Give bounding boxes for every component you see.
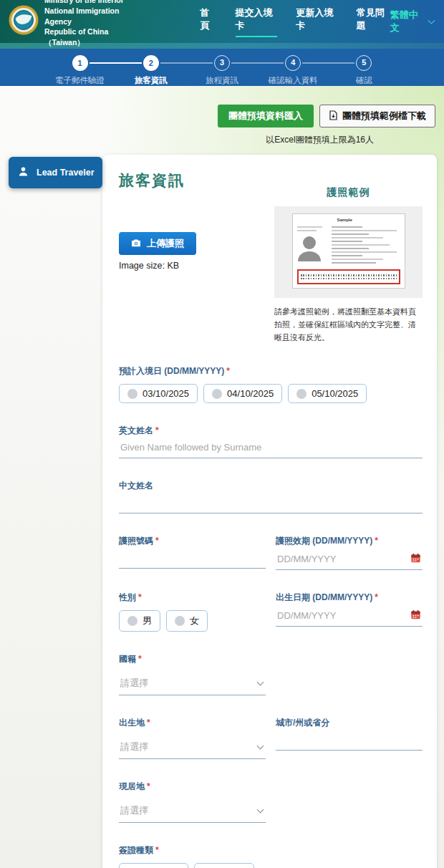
nav-submit-arrival-card[interactable]: 提交入境卡 [236, 6, 278, 37]
chevron-down-icon [257, 806, 264, 814]
field-gender: 性別 男 女 [119, 592, 266, 632]
step-label: 旅客資訊 [115, 75, 186, 86]
step-label: 旅程資訊 [186, 75, 257, 86]
agency-name: Ministry of the Interior National Immigr… [44, 0, 138, 48]
agency-name-line3: Republic of China（Taiwan） [44, 26, 138, 47]
radio-icon [175, 616, 185, 626]
field-arrival-date: 預計入境日 (DD/MM/YYYY) 03/10/2025 04/10/2025 [119, 365, 423, 403]
step-confirm: 5 確認 [329, 55, 400, 86]
field-chinese-name: 中文姓名 [119, 480, 423, 513]
card-top-row: 旅客資訊 上傳護照 Image size: KB [119, 170, 423, 344]
sidebar-item-label: Lead Traveler [37, 168, 95, 178]
visa-option-no-visa[interactable]: 無簽證 [194, 863, 254, 868]
main-wrap: Lead Traveler 旅客資訊 [0, 155, 444, 868]
group-prefill-note: 以Excel團體預填上限為16人 [0, 134, 444, 146]
chinese-name-label: 中文姓名 [119, 480, 423, 492]
field-city-state: 城市/州或省分 [276, 717, 423, 759]
chevron-down-icon [257, 679, 264, 686]
nationality-placeholder: 請選擇 [120, 677, 148, 690]
gender-option-male[interactable]: 男 [119, 610, 160, 632]
birth-place-placeholder: 請選擇 [120, 741, 148, 753]
passport-sample-left [297, 224, 327, 266]
chevron-down-icon [428, 17, 435, 24]
city-state-label: 城市/州或省分 [276, 717, 423, 729]
row-birthplace-city: 出生地 請選擇 城市/州或省分 [119, 717, 423, 759]
english-name-label: 英文姓名 [119, 425, 423, 437]
chevron-down-icon [257, 743, 264, 750]
arrival-date-option-label: 04/10/2025 [227, 388, 274, 399]
field-visa-type: 簽證種類 持有簽證 無簽證 [119, 844, 423, 868]
group-prefill-import-button[interactable]: 團體預填資料匯入 [218, 105, 314, 127]
field-nationality: 國籍 請選擇 [119, 653, 266, 695]
residence-placeholder: 請選擇 [120, 804, 148, 817]
step-confirm-input: 4 確認輸入資料 [258, 55, 329, 86]
arrival-date-options: 03/10/2025 04/10/2025 05/10/2025 [119, 384, 423, 403]
calendar-icon[interactable] [410, 553, 421, 566]
site-header: Ministry of the Interior National Immigr… [0, 0, 444, 43]
nav-home[interactable]: 首頁 [200, 6, 216, 37]
passport-number-input[interactable] [119, 547, 266, 569]
nav-faq[interactable]: 常見問題 [357, 6, 390, 37]
arrival-date-option-2[interactable]: 04/10/2025 [203, 384, 282, 403]
agency-brand: Ministry of the Interior National Immigr… [9, 0, 138, 48]
sidebar-item-lead-traveler[interactable]: Lead Traveler [9, 157, 102, 188]
spacer [276, 781, 423, 823]
group-prefill-template-label: 團體預填範例檔下載 [342, 110, 426, 122]
birth-date-datepicker[interactable] [276, 605, 423, 627]
main-nav: 首頁 提交入境卡 更新入境卡 常見問題 [200, 6, 390, 37]
visa-type-label: 簽證種類 [119, 844, 423, 857]
step-label: 確認輸入資料 [258, 75, 329, 86]
arrival-date-option-label: 05/10/2025 [312, 388, 358, 399]
step-circle: 1 [72, 55, 88, 71]
radio-icon [212, 389, 222, 399]
radio-icon [296, 389, 307, 399]
step-trip-info: 3 旅程資訊 [186, 55, 257, 86]
arrival-date-label: 預計入境日 (DD/MM/YYYY) [119, 365, 423, 377]
city-state-input[interactable] [276, 729, 423, 751]
upload-passport-button[interactable]: 上傳護照 [119, 232, 196, 255]
chinese-name-input[interactable] [119, 492, 423, 513]
passport-example-column: 護照範例 Sample [274, 170, 423, 344]
passport-upload-hint: 請參考護照範例，將護照翻至基本資料頁拍照，並確保紅框區域內的文字完整、清晰且沒有… [274, 305, 423, 344]
language-selector[interactable]: 繁體中文 [390, 9, 434, 34]
birth-date-input[interactable] [276, 605, 410, 626]
birth-place-select[interactable]: 請選擇 [119, 736, 266, 759]
english-name-input[interactable] [119, 437, 423, 458]
gender-option-female[interactable]: 女 [166, 610, 208, 632]
step-traveler-info: 2 旅客資訊 [115, 55, 186, 86]
birth-place-label: 出生地 [119, 717, 266, 729]
passport-expiry-label: 護照效期 (DD/MM/YYYY) [276, 535, 423, 547]
group-prefill-template-download-button[interactable]: 團體預填範例檔下載 [319, 105, 435, 127]
step-circle: 2 [143, 55, 159, 71]
agency-logo-icon [9, 5, 39, 38]
nationality-label: 國籍 [119, 653, 266, 665]
row-nationality: 國籍 請選擇 [119, 653, 423, 695]
nav-update-arrival-card[interactable]: 更新入境卡 [296, 6, 338, 37]
arrival-date-option-3[interactable]: 05/10/2025 [288, 384, 367, 403]
step-circle: 5 [356, 55, 372, 71]
passport-expiry-datepicker[interactable] [276, 549, 423, 570]
nationality-select[interactable]: 請選擇 [119, 672, 266, 695]
radio-icon [127, 389, 137, 399]
upload-column: 旅客資訊 上傳護照 Image size: KB [119, 170, 271, 344]
passport-expiry-input[interactable] [276, 549, 410, 569]
residence-select[interactable]: 請選擇 [119, 799, 266, 823]
field-birth-date: 出生日期 (DD/MM/YYYY) [276, 592, 423, 632]
spacer [276, 653, 423, 695]
passport-photo-silhouette-icon [297, 234, 327, 264]
birth-date-label: 出生日期 (DD/MM/YYYY) [276, 592, 423, 604]
passport-mrz-highlight-box [297, 269, 400, 284]
field-residence: 現居地 請選擇 [119, 781, 266, 823]
arrival-date-option-1[interactable]: 03/10/2025 [119, 384, 198, 403]
passport-number-label: 護照號碼 [119, 535, 266, 547]
residence-label: 現居地 [119, 781, 266, 793]
field-birth-place: 出生地 請選擇 [119, 717, 266, 759]
group-prefill-actions: 團體預填資料匯入 團體預填範例檔下載 [0, 105, 444, 127]
visa-option-has-visa[interactable]: 持有簽證 [119, 863, 188, 868]
progress-stepper: 1 電子郵件驗證 2 旅客資訊 3 旅程資訊 4 確認輸入資料 5 確認 [0, 49, 444, 86]
calendar-icon[interactable] [410, 609, 421, 622]
visa-type-options: 持有簽證 無簽證 [119, 863, 423, 868]
gender-option-label: 男 [143, 614, 152, 627]
row-gender-birth: 性別 男 女 出生日期 (D [119, 592, 423, 632]
step-label: 電子郵件驗證 [44, 75, 115, 86]
